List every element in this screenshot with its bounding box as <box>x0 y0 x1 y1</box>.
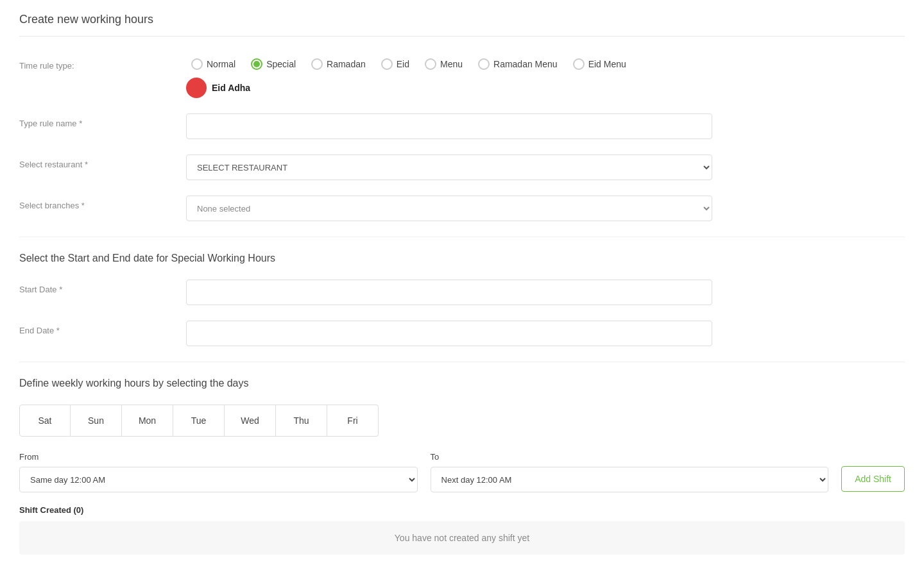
branches-select[interactable]: None selected <box>186 196 712 221</box>
end-date-input[interactable] <box>186 321 712 346</box>
separator-1 <box>19 237 905 237</box>
separator-2 <box>19 362 905 362</box>
day-fri[interactable]: Fri <box>327 405 379 437</box>
to-label: To <box>431 452 829 462</box>
radio-group: Normal Special Ramadan Eid <box>186 56 905 72</box>
radio-normal[interactable] <box>191 58 203 70</box>
no-shift-message: You have not created any shift yet <box>395 533 529 543</box>
radio-ramadan-menu[interactable] <box>478 58 490 70</box>
radio-item-eid[interactable]: Eid <box>376 56 415 72</box>
radio-label-menu: Menu <box>440 59 463 69</box>
start-date-row: Start Date * <box>19 280 905 305</box>
select-restaurant-row: Select restaurant * SELECT RESTAURANT <box>19 155 905 180</box>
to-group: To Next day 12:00 AM <box>431 452 829 492</box>
day-sat[interactable]: Sat <box>19 405 71 437</box>
end-date-label: End Date * <box>19 321 186 335</box>
select-restaurant-content: SELECT RESTAURANT <box>186 155 905 180</box>
radio-label-normal: Normal <box>207 59 235 69</box>
eid-adha-label: Eid Adha <box>212 83 250 93</box>
type-rule-name-row: Type rule name * <box>19 113 905 139</box>
radio-eid-menu[interactable] <box>573 58 585 70</box>
radio-menu[interactable] <box>425 58 436 70</box>
from-to-row: From Same day 12:00 AM To Next day 12:00… <box>19 452 905 492</box>
add-shift-button[interactable]: Add Shift <box>841 466 905 492</box>
radio-label-eid: Eid <box>397 59 409 69</box>
radio-eid[interactable] <box>381 58 393 70</box>
select-branches-content: None selected <box>186 196 905 221</box>
eid-adha-red-dot <box>186 78 207 98</box>
time-rule-type-content: Normal Special Ramadan Eid <box>186 56 905 98</box>
page-container: Create new working hours Time rule type:… <box>0 0 924 561</box>
page-title: Create new working hours <box>19 13 905 37</box>
eid-adha-row: Eid Adha <box>186 78 905 98</box>
branches-multiselect-wrapper: None selected <box>186 196 712 221</box>
select-branches-label: Select branches * <box>19 196 186 210</box>
day-wed[interactable]: Wed <box>225 405 276 437</box>
radio-ramadan[interactable] <box>311 58 323 70</box>
shift-created-label: Shift Created (0) <box>19 505 905 515</box>
days-row: Sat Sun Mon Tue Wed Thu Fri <box>19 405 905 437</box>
type-rule-name-content <box>186 113 905 139</box>
no-shift-banner: You have not created any shift yet <box>19 521 905 555</box>
radio-special[interactable] <box>251 58 262 70</box>
day-mon[interactable]: Mon <box>122 405 173 437</box>
select-restaurant-label: Select restaurant * <box>19 155 186 169</box>
special-hours-heading: Select the Start and End date for Specia… <box>19 253 905 264</box>
radio-label-special: Special <box>266 59 296 69</box>
start-date-content <box>186 280 905 305</box>
start-date-label: Start Date * <box>19 280 186 294</box>
time-rule-type-label: Time rule type: <box>19 56 186 71</box>
from-label: From <box>19 452 418 462</box>
radio-item-ramadan-menu[interactable]: Ramadan Menu <box>473 56 563 72</box>
start-date-input[interactable] <box>186 280 712 305</box>
radio-item-special[interactable]: Special <box>246 56 301 72</box>
end-date-row: End Date * <box>19 321 905 346</box>
to-select[interactable]: Next day 12:00 AM <box>431 467 829 492</box>
day-tue[interactable]: Tue <box>173 405 225 437</box>
from-select[interactable]: Same day 12:00 AM <box>19 467 418 492</box>
type-rule-name-input[interactable] <box>186 113 712 139</box>
day-sun[interactable]: Sun <box>71 405 122 437</box>
radio-label-eid-menu: Eid Menu <box>588 59 626 69</box>
radio-item-eid-menu[interactable]: Eid Menu <box>568 56 631 72</box>
radio-label-ramadan: Ramadan <box>327 59 366 69</box>
radio-item-normal[interactable]: Normal <box>186 56 241 72</box>
type-rule-name-label: Type rule name * <box>19 113 186 128</box>
weekly-hours-heading: Define weekly working hours by selecting… <box>19 378 905 389</box>
select-branches-row: Select branches * None selected <box>19 196 905 221</box>
radio-item-ramadan[interactable]: Ramadan <box>306 56 371 72</box>
from-group: From Same day 12:00 AM <box>19 452 418 492</box>
day-thu[interactable]: Thu <box>276 405 327 437</box>
add-shift-container: Add Shift <box>841 452 905 492</box>
radio-label-ramadan-menu: Ramadan Menu <box>493 59 558 69</box>
radio-item-menu[interactable]: Menu <box>420 56 468 72</box>
restaurant-select[interactable]: SELECT RESTAURANT <box>186 155 712 180</box>
time-rule-type-row: Time rule type: Normal Special Ramadan <box>19 56 905 98</box>
end-date-content <box>186 321 905 346</box>
